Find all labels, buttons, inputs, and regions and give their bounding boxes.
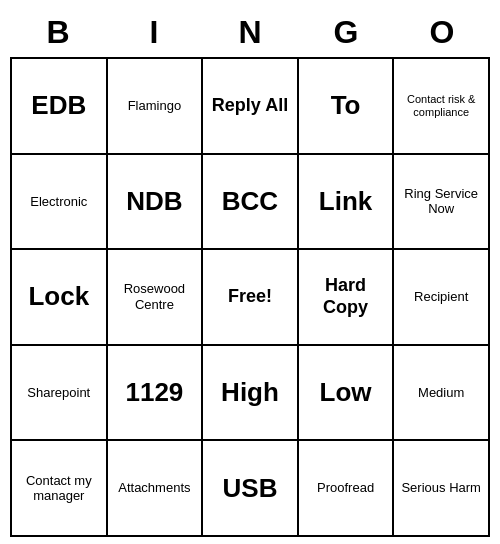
cell-r2-c4: Recipient [394,250,490,346]
cell-text-r1-c3: Link [319,186,372,217]
cell-text-r4-c0: Contact my manager [16,473,102,504]
cell-text-r0-c2: Reply All [212,95,288,117]
cell-text-r0-c3: To [331,90,361,121]
cell-text-r4-c3: Proofread [317,480,374,496]
header-letter-I: I [106,7,202,57]
cell-r2-c3: Hard Copy [299,250,395,346]
cell-text-r1-c1: NDB [126,186,182,217]
cell-r2-c1: Rosewood Centre [108,250,204,346]
cell-r4-c3: Proofread [299,441,395,537]
cell-text-r1-c0: Electronic [30,194,87,210]
cell-r2-c0: Lock [12,250,108,346]
cell-text-r0-c4: Contact risk & compliance [398,93,484,119]
cell-text-r2-c2: Free! [228,286,272,308]
cell-r1-c2: BCC [203,155,299,251]
cell-r1-c4: Ring Service Now [394,155,490,251]
cell-text-r4-c4: Serious Harm [401,480,480,496]
cell-text-r2-c4: Recipient [414,289,468,305]
cell-text-r2-c1: Rosewood Centre [112,281,198,312]
cell-text-r4-c2: USB [223,473,278,504]
cell-text-r3-c1: 1129 [125,377,183,408]
cell-text-r4-c1: Attachments [118,480,190,496]
header-letter-G: G [298,7,394,57]
cell-text-r3-c3: Low [320,377,372,408]
cell-r0-c0: EDB [12,59,108,155]
cell-text-r2-c3: Hard Copy [303,275,389,318]
cell-text-r3-c2: High [221,377,279,408]
header-letter-B: B [10,7,106,57]
cell-r0-c3: To [299,59,395,155]
cell-r2-c2: Free! [203,250,299,346]
bingo-header: BINGO [10,7,490,57]
bingo-grid: EDBFlamingoReply AllToContact risk & com… [10,57,490,537]
cell-r4-c2: USB [203,441,299,537]
cell-text-r0-c1: Flamingo [128,98,181,114]
cell-r4-c4: Serious Harm [394,441,490,537]
cell-r1-c1: NDB [108,155,204,251]
bingo-card: BINGO EDBFlamingoReply AllToContact risk… [10,7,490,537]
cell-r4-c0: Contact my manager [12,441,108,537]
cell-r0-c2: Reply All [203,59,299,155]
header-letter-O: O [394,7,490,57]
cell-r0-c4: Contact risk & compliance [394,59,490,155]
cell-r3-c1: 1129 [108,346,204,442]
cell-text-r1-c2: BCC [222,186,278,217]
cell-r3-c2: High [203,346,299,442]
cell-r4-c1: Attachments [108,441,204,537]
cell-text-r3-c0: Sharepoint [27,385,90,401]
cell-r3-c3: Low [299,346,395,442]
cell-r1-c3: Link [299,155,395,251]
header-letter-N: N [202,7,298,57]
cell-text-r1-c4: Ring Service Now [398,186,484,217]
cell-r1-c0: Electronic [12,155,108,251]
cell-r0-c1: Flamingo [108,59,204,155]
cell-r3-c0: Sharepoint [12,346,108,442]
cell-text-r0-c0: EDB [31,90,86,121]
cell-r3-c4: Medium [394,346,490,442]
cell-text-r2-c0: Lock [28,281,89,312]
cell-text-r3-c4: Medium [418,385,464,401]
